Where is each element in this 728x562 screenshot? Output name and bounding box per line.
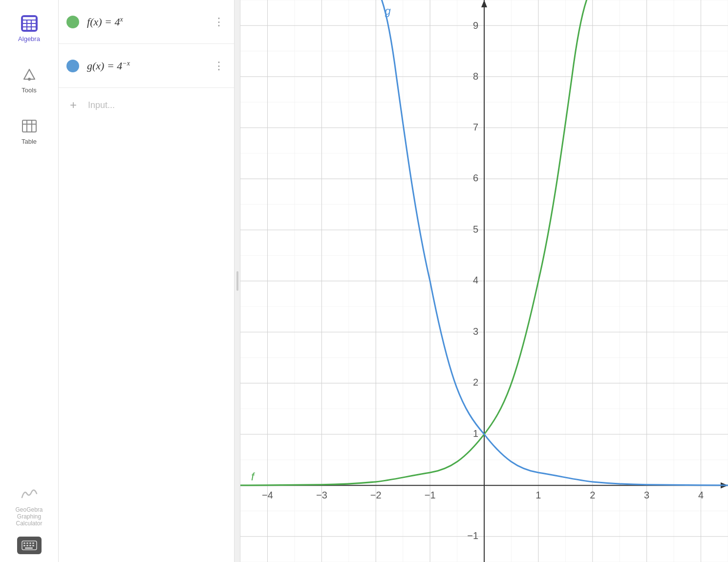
curve-g-label: g (385, 5, 391, 17)
table-icon (21, 118, 38, 134)
tools-icon (20, 65, 39, 85)
color-dot-f[interactable] (66, 16, 79, 28)
expression-row-g[interactable]: g(x) = 4−x ⋮ (59, 44, 234, 88)
svg-rect-7 (23, 542, 25, 544)
expression-panel: f(x) = 4x ⋮ g(x) = 4−x ⋮ + Input... (59, 0, 235, 562)
panel-resizer[interactable] (235, 0, 240, 562)
geogebra-brand: GeoGebra Graphing Calculator (0, 484, 58, 527)
keyboard-icon (21, 540, 37, 550)
keyboard-button[interactable] (17, 537, 42, 554)
svg-text:−1: −1 (425, 490, 436, 500)
svg-text:−2: −2 (370, 490, 382, 500)
svg-text:9: 9 (473, 20, 478, 31)
sidebar-item-table[interactable]: Table (7, 112, 51, 149)
geogebra-logo (20, 484, 39, 503)
svg-text:2: 2 (473, 377, 478, 388)
table-icon-area (20, 116, 39, 136)
sidebar-algebra-label: Algebra (18, 35, 40, 43)
input-row[interactable]: + Input... (59, 88, 234, 122)
svg-text:6: 6 (473, 173, 478, 183)
color-dot-g[interactable] (66, 60, 79, 72)
graph-svg: −4 −3 −2 −1 1 2 3 4 9 8 7 6 5 4 3 2 (240, 0, 728, 562)
expression-text-f: f(x) = 4x (87, 15, 212, 28)
svg-text:4: 4 (698, 490, 704, 500)
add-expression-button[interactable]: + (66, 98, 80, 112)
svg-rect-11 (23, 545, 25, 546)
sidebar-item-tools[interactable]: Tools (7, 61, 51, 98)
resizer-handle (236, 271, 238, 291)
svg-text:2: 2 (590, 490, 595, 500)
svg-rect-14 (32, 545, 34, 546)
svg-text:3: 3 (644, 490, 649, 500)
graph-area[interactable]: −4 −3 −2 −1 1 2 3 4 9 8 7 6 5 4 3 2 (240, 0, 728, 562)
brand-name: GeoGebra Graphing (5, 506, 53, 520)
svg-rect-2 (22, 120, 36, 132)
svg-text:1: 1 (473, 428, 478, 439)
svg-rect-12 (26, 545, 28, 546)
more-menu-g[interactable]: ⋮ (212, 58, 226, 74)
more-menu-f[interactable]: ⋮ (212, 14, 226, 30)
expression-row-f[interactable]: f(x) = 4x ⋮ (59, 0, 234, 44)
svg-text:3: 3 (473, 326, 478, 337)
svg-text:8: 8 (473, 71, 478, 82)
svg-text:−1: −1 (467, 530, 478, 541)
algebra-icon (20, 14, 39, 33)
svg-rect-13 (29, 545, 31, 546)
svg-rect-9 (29, 542, 31, 544)
expression-text-g: g(x) = 4−x (87, 59, 212, 72)
brand-sub: Calculator (16, 520, 42, 527)
sidebar-tools-label: Tools (21, 86, 36, 94)
svg-rect-8 (26, 542, 28, 544)
sidebar: Algebra Tools Table Geo (0, 0, 59, 562)
sidebar-item-algebra[interactable]: Algebra (7, 10, 51, 46)
svg-rect-15 (25, 547, 33, 549)
svg-text:7: 7 (473, 122, 478, 132)
svg-text:−4: −4 (262, 490, 273, 500)
input-placeholder: Input... (88, 100, 115, 110)
svg-rect-10 (32, 542, 34, 544)
svg-text:5: 5 (473, 224, 478, 235)
sidebar-table-label: Table (21, 138, 37, 145)
svg-text:1: 1 (535, 490, 541, 500)
svg-text:−3: −3 (316, 490, 327, 500)
svg-text:4: 4 (473, 275, 478, 285)
